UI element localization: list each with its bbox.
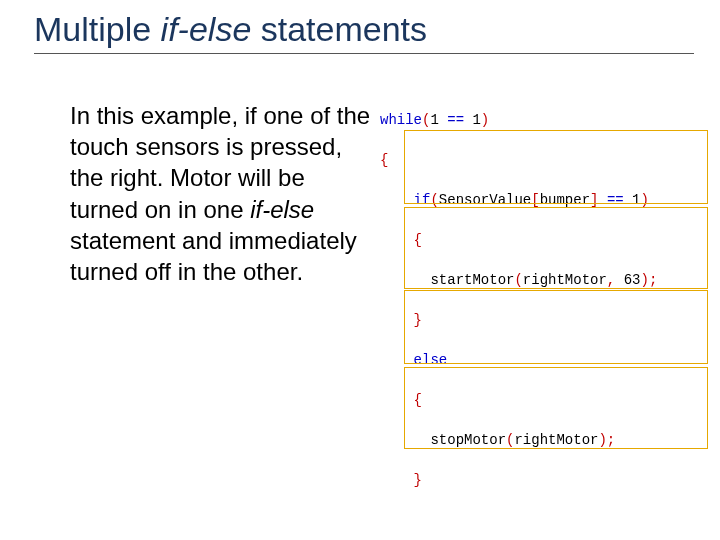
code-l5: startMotor(rightMotor, 63); [380, 270, 708, 290]
indent [380, 192, 414, 208]
indent [380, 352, 414, 368]
fn-stopmotor: stopMotor [430, 432, 506, 448]
brace-open: { [380, 392, 422, 408]
paren-close: ) [641, 192, 649, 208]
code-l8: { [380, 390, 708, 410]
sp [598, 192, 606, 208]
kw-while: while [380, 112, 422, 128]
paren-open: ( [430, 192, 438, 208]
blank [380, 512, 388, 528]
paren-close-semi: ); [598, 432, 615, 448]
paren-close: ) [481, 112, 489, 128]
id-sensorvalue: SensorValue [439, 192, 531, 208]
body-i1: if-else [250, 196, 314, 223]
code: while(1 == 1) { if(SensorValue[bumper] =… [380, 90, 708, 540]
slide: Multiple if-else statements In this exam… [0, 0, 720, 540]
code-l6: } [380, 310, 708, 330]
id-bumper: bumper [540, 192, 590, 208]
paren-open: ( [514, 272, 522, 288]
code-l2: { [380, 150, 708, 170]
code-l7: else [380, 350, 708, 370]
op-eq: == [447, 112, 464, 128]
kw-else: else [414, 352, 448, 368]
title-italic: if-else [161, 10, 252, 48]
title-post: statements [251, 10, 427, 48]
code-l4: { [380, 230, 708, 250]
brace-open: { [380, 152, 388, 168]
id-rightmotor: rightMotor [523, 272, 607, 288]
lit-1b: 1 [464, 112, 481, 128]
paren-close-semi: ); [640, 272, 657, 288]
id-rightmotor: rightMotor [514, 432, 598, 448]
code-l11 [380, 510, 708, 530]
code-block: while(1 == 1) { if(SensorValue[bumper] =… [380, 90, 708, 540]
code-l3: if(SensorValue[bumper] == 1) [380, 190, 708, 210]
op-eq: == [607, 192, 624, 208]
slide-title: Multiple if-else statements [34, 10, 694, 54]
fn-startmotor: startMotor [430, 272, 514, 288]
kw-if: if [414, 192, 431, 208]
lit-1: 1 [430, 112, 447, 128]
body-text: In this example, if one of the touch sen… [70, 100, 375, 287]
lit-63: 63 [615, 272, 640, 288]
body-t1: In this example, if one of the touch sen… [70, 102, 370, 223]
code-l9: stopMotor(rightMotor); [380, 430, 708, 450]
brace-close: } [380, 472, 422, 488]
bracket-open: [ [531, 192, 539, 208]
title-pre: Multiple [34, 10, 161, 48]
lit-1: 1 [624, 192, 641, 208]
code-l1: while(1 == 1) [380, 110, 708, 130]
comma: , [607, 272, 615, 288]
indent [380, 432, 430, 448]
brace-open: { [380, 232, 422, 248]
indent [380, 272, 430, 288]
brace-close: } [380, 312, 422, 328]
body-t2: statement and immediately turned off in … [70, 227, 357, 285]
code-l10: } [380, 470, 708, 490]
